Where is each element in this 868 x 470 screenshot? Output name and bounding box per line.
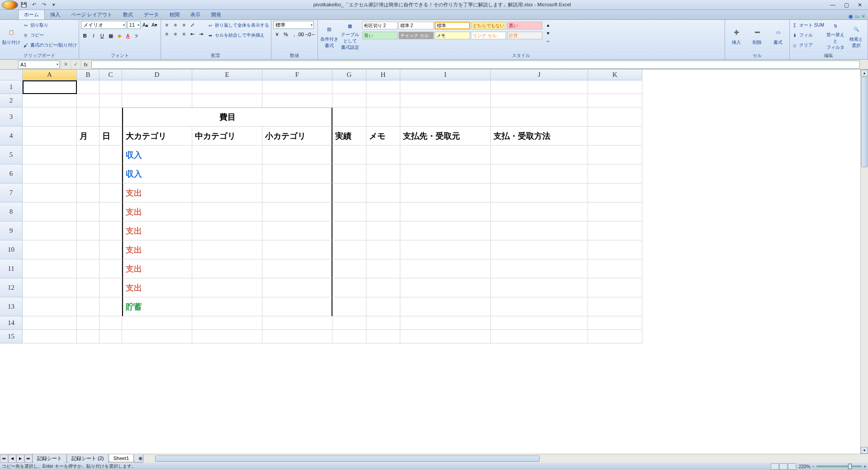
align-middle-button[interactable]: ≡ <box>171 21 180 29</box>
cond-format-icon: ▤ <box>323 23 336 35</box>
orientation-button[interactable]: ⤢ <box>189 21 197 29</box>
quick-access-toolbar: 💾 ↶ ↷ ▾ <box>20 1 58 9</box>
style-chip-standard2[interactable]: 標準 2 <box>398 22 434 29</box>
style-scroll-down-icon[interactable]: ▾ <box>545 29 551 37</box>
help-icon[interactable]: ◉ <box>849 14 853 19</box>
delete-cells-button[interactable]: ➖削除 <box>748 21 767 51</box>
sigma-icon: Σ <box>792 22 798 28</box>
shrink-font-button[interactable]: A▾ <box>151 21 159 29</box>
style-scroll-up-icon[interactable]: ▴ <box>545 21 551 29</box>
tab-data[interactable]: データ <box>138 10 164 19</box>
style-chip-neutral[interactable]: どちらでもない <box>471 22 506 29</box>
currency-button[interactable]: ￥ <box>273 30 281 38</box>
style-chip-comma[interactable]: 桁区切り 2 <box>362 22 398 29</box>
style-chip-link[interactable]: リンク セル <box>471 32 506 39</box>
qat-customize-icon[interactable]: ▾ <box>50 1 58 9</box>
border-button[interactable]: ▦ <box>107 32 115 40</box>
style-gallery-more-icon[interactable]: ⎓ <box>545 37 551 45</box>
format-cells-button[interactable]: ▭書式 <box>768 21 787 51</box>
sort-icon: ⇅ <box>829 21 842 31</box>
autosum-button[interactable]: Σオート SUM <box>792 21 824 30</box>
paintbrush-icon: 🖌 <box>23 42 29 48</box>
minimize-ribbon-icon[interactable]: ▭ <box>855 14 859 19</box>
style-chip-check[interactable]: チェック セル <box>398 32 434 39</box>
phonetic-button[interactable]: ㇷ <box>133 32 141 40</box>
bold-button[interactable]: B <box>81 32 89 40</box>
align-center-button[interactable]: ≡ <box>171 30 180 38</box>
group-label-editing: 編集 <box>792 52 866 59</box>
wrap-text-button[interactable]: ↩折り返して全体を表示する <box>207 21 269 30</box>
insert-cells-button[interactable]: ➕挿入 <box>727 21 746 51</box>
minimize-button[interactable]: — <box>826 1 839 9</box>
save-icon[interactable]: 💾 <box>20 1 28 9</box>
clipboard-icon: 📋 <box>5 26 18 38</box>
align-left-button[interactable]: ≡ <box>163 30 171 38</box>
tab-page-layout[interactable]: ページ レイアウト <box>66 10 118 19</box>
align-top-button[interactable]: ≡ <box>163 21 171 29</box>
cut-button[interactable]: ✂切り取り <box>23 21 77 30</box>
tab-view[interactable]: 表示 <box>185 10 206 19</box>
binoculars-icon: 🔍 <box>850 23 863 35</box>
delete-icon: ➖ <box>751 26 764 38</box>
style-chip-bad[interactable]: 悪い <box>507 22 542 29</box>
format-as-table-button[interactable]: ▦テーブルとして 書式設定 <box>341 21 360 51</box>
fill-button[interactable]: ⬇フィル <box>792 31 824 40</box>
redo-icon[interactable]: ↷ <box>40 1 48 9</box>
tab-review[interactable]: 校閲 <box>164 10 185 19</box>
style-chip-good[interactable]: 良い <box>362 32 398 39</box>
font-name-combo[interactable]: メイリオ <box>81 21 126 29</box>
group-label-font: フォント <box>81 52 159 59</box>
enter-formula-icon[interactable]: ✓ <box>71 60 81 69</box>
clear-button[interactable]: ◇クリア <box>792 41 824 50</box>
grow-font-button[interactable]: A▴ <box>142 21 150 29</box>
tab-developer[interactable]: 開発 <box>206 10 227 19</box>
indent-increase-button[interactable]: ⇥ <box>197 30 205 38</box>
conditional-format-button[interactable]: ▤条件付き 書式 <box>320 21 339 51</box>
close-workbook-icon[interactable]: ✕ <box>861 14 865 19</box>
underline-button[interactable]: U <box>98 32 106 40</box>
insert-icon: ➕ <box>730 26 743 38</box>
copy-button[interactable]: ⎘コピー <box>23 31 77 40</box>
number-format-combo[interactable]: 標準 <box>273 21 314 29</box>
group-font: メイリオ 11 A▴ A▾ B I U ▦ ◆ A ㇷ フォント <box>79 20 161 59</box>
fill-color-button[interactable]: ◆ <box>115 32 123 40</box>
font-color-button[interactable]: A <box>124 32 132 40</box>
style-chip-memo[interactable]: メモ <box>435 32 470 39</box>
sort-filter-button[interactable]: ⇅並べ替えと フィルタ <box>826 21 845 51</box>
window-title: pivotkakeibo_「エクセル家計簿は簡単に自作できる！その作り方を丁寧に… <box>58 1 826 8</box>
align-bottom-button[interactable]: ≡ <box>180 21 188 29</box>
group-label-number: 数値 <box>273 52 316 59</box>
format-painter-button[interactable]: 🖌書式のコピー/貼り付け <box>23 41 77 50</box>
paste-button[interactable]: 📋 貼り付け <box>2 21 21 51</box>
indent-decrease-button[interactable]: ⇤ <box>189 30 197 38</box>
font-size-combo[interactable]: 11 <box>127 21 141 29</box>
maximize-button[interactable]: ▢ <box>840 1 853 9</box>
tab-home[interactable]: ホーム <box>18 9 45 19</box>
group-clipboard: 📋 貼り付け ✂切り取り ⎘コピー 🖌書式のコピー/貼り付け クリップボード <box>0 20 79 59</box>
find-select-button[interactable]: 🔍検索と 選択 <box>847 21 866 51</box>
fx-icon[interactable]: fx <box>81 60 90 69</box>
tab-insert[interactable]: 挿入 <box>45 10 66 19</box>
formula-bar: A1 ✕ ✓ fx <box>0 60 868 70</box>
undo-icon[interactable]: ↶ <box>30 1 38 9</box>
style-chip-calc[interactable]: 計算 <box>507 32 542 39</box>
percent-button[interactable]: % <box>282 30 290 38</box>
tab-formulas[interactable]: 数式 <box>118 10 138 19</box>
merge-center-button[interactable]: ⬌セルを結合して中央揃え <box>207 31 269 40</box>
formula-input[interactable] <box>91 61 860 69</box>
scissors-icon: ✂ <box>23 22 29 28</box>
italic-button[interactable]: I <box>90 32 98 40</box>
window-controls: — ▢ ✕ <box>826 1 866 9</box>
group-label-clipboard: クリップボード <box>2 52 77 59</box>
decrease-decimal-button[interactable]: .0← <box>308 30 316 38</box>
office-button[interactable] <box>2 0 18 9</box>
align-right-button[interactable]: ≡ <box>180 30 188 38</box>
close-button[interactable]: ✕ <box>854 1 866 9</box>
name-box[interactable]: A1 <box>18 61 60 69</box>
style-chip-standard[interactable]: 標準 <box>435 22 470 29</box>
format-icon: ▭ <box>772 26 784 38</box>
cancel-formula-icon[interactable]: ✕ <box>61 60 71 69</box>
increase-decimal-button[interactable]: .00→ <box>299 30 307 38</box>
group-label-styles: スタイル <box>320 52 723 59</box>
ribbon-tabs: ホーム 挿入 ページ レイアウト 数式 データ 校閲 表示 開発 ◉ ▭ ✕ <box>0 10 868 20</box>
